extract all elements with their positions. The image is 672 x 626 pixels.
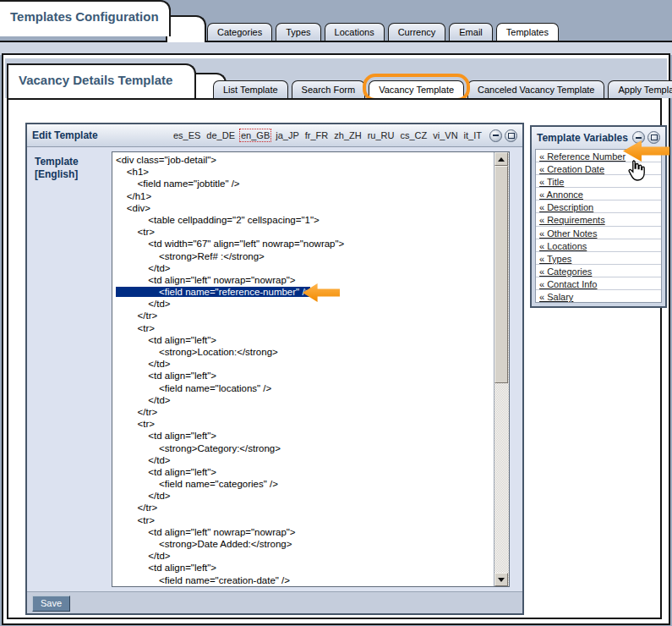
tab-flap-decoration — [166, 15, 206, 42]
language-link-de-de[interactable]: de_DE — [206, 130, 235, 140]
screen: Templates Configuration CategoriesTypesL… — [0, 0, 672, 626]
section-title: Vacancy Details Template — [8, 65, 194, 87]
variable-link-salary[interactable]: « Salary — [539, 292, 573, 302]
language-link-zh-zh[interactable]: zh_ZH — [334, 130, 361, 140]
template-variables-title: Template Variables — [537, 132, 628, 144]
tab-currency[interactable]: Currency — [388, 23, 446, 41]
maximize-icon[interactable] — [647, 131, 660, 144]
maximize-icon[interactable] — [505, 129, 517, 142]
tab-list-template[interactable]: List Template — [213, 80, 288, 98]
variable-link-description[interactable]: « Description — [539, 202, 593, 212]
collapse-icon[interactable] — [489, 129, 502, 142]
variable-link-creation-date[interactable]: « Creation Date — [539, 164, 604, 174]
code-line: </td> — [116, 298, 494, 310]
code-text: <field name="locations" /> — [116, 383, 271, 393]
panel-controls — [632, 131, 660, 144]
code-text: <td align="left" nowrap="nowrap"> — [116, 275, 296, 285]
code-line: </td> — [116, 394, 494, 406]
code-area[interactable]: <div class="job-detail"> <h1> <field nam… — [113, 152, 494, 586]
variable-row: « Types — [536, 252, 661, 265]
tabwrap-canceled-vacancy-template: Canceled Vacancy Template — [467, 80, 604, 98]
variable-link-requirements[interactable]: « Requirements — [539, 215, 605, 225]
variable-link-categories[interactable]: « Categories — [539, 266, 592, 277]
code-line: <tr> — [116, 418, 494, 430]
language-link-fr-fr[interactable]: fr_FR — [305, 130, 329, 140]
minus-glyph — [636, 137, 642, 139]
variable-link-annonce[interactable]: « Annonce — [539, 189, 583, 200]
code-line: </td> — [116, 550, 494, 562]
code-line: </tr> — [116, 310, 494, 321]
scroll-down-icon[interactable] — [494, 573, 508, 586]
code-text: <td align="left"> — [116, 335, 216, 345]
box-glyph — [651, 135, 658, 140]
variable-link-types[interactable]: « Types — [539, 254, 571, 264]
tab-vacancy-template[interactable]: Vacancy Template — [369, 80, 464, 98]
scrollbar-thumb[interactable] — [494, 166, 508, 383]
window-title: Templates Configuration — [0, 2, 169, 24]
edit-template-body: Template [English] <div class="job-detai… — [27, 147, 522, 591]
hand-cursor-icon — [626, 158, 647, 184]
tab-categories[interactable]: Categories — [207, 23, 272, 41]
code-line: <td align="left"> — [116, 466, 494, 478]
language-link-ja-jp[interactable]: ja_JP — [276, 130, 299, 140]
language-link-es-es[interactable]: es_ES — [173, 130, 200, 140]
language-selector: es_ESde_DEen_GBja_JPfr_FRzh_ZHru_RUcs_CZ… — [173, 130, 482, 140]
templates-content-panel: Vacancy Details Template List TemplateSe… — [2, 53, 670, 625]
template-code-editor[interactable]: <div class="job-detail"> <h1> <field nam… — [112, 151, 510, 587]
window-title-tab: Templates Configuration — [0, 0, 171, 36]
code-line: <div> — [116, 202, 494, 214]
code-text: </td> — [116, 395, 171, 405]
code-line: <strong>Date Added:</strong> — [116, 538, 494, 550]
tab-templates[interactable]: Templates — [496, 23, 559, 41]
variable-row: « Contact Info — [536, 277, 661, 290]
editor-scrollbar[interactable] — [494, 152, 509, 586]
variable-link-contact-info[interactable]: « Contact Info — [539, 279, 598, 289]
code-text: <td align="left" nowrap="nowrap"> — [116, 527, 296, 537]
tab-canceled-vacancy-template[interactable]: Canceled Vacancy Template — [467, 80, 604, 98]
language-link-it-it[interactable]: it_IT — [464, 130, 482, 140]
code-text: <field name="creation-date" /> — [116, 575, 290, 585]
template-language-label: Template [English] — [35, 156, 79, 181]
code-line: <tr> — [116, 514, 494, 526]
tabwrap-search-form: Search Form — [292, 80, 366, 98]
code-line: </h1> — [116, 190, 494, 202]
code-text: <strong>Ref# :</strong> — [116, 251, 265, 261]
code-text: </tr> — [116, 502, 157, 513]
edit-template-header: Edit Template es_ESde_DEen_GBja_JPfr_FRz… — [27, 124, 522, 147]
code-line: </td> — [116, 358, 494, 370]
collapse-icon[interactable] — [632, 131, 645, 144]
variable-link-other-notes[interactable]: « Other Notes — [539, 228, 597, 239]
language-link-vi-vn[interactable]: vi_VN — [433, 130, 457, 140]
code-text: <strong>Category:</strong> — [116, 443, 281, 453]
tab-search-form[interactable]: Search Form — [292, 80, 366, 98]
tab-apply-template[interactable]: Apply Template — [608, 80, 672, 98]
code-text: <field name="jobtitle" /> — [116, 178, 240, 189]
code-text: </td> — [116, 359, 171, 369]
code-text: </h1> — [116, 191, 151, 201]
variable-row: « Annonce — [536, 188, 661, 200]
tab-locations[interactable]: Locations — [325, 23, 385, 41]
code-line: <strong>Category:</strong> — [116, 442, 494, 454]
vacancy-template-content-panel: Edit Template es_ESde_DEen_GBja_JPfr_FRz… — [7, 98, 662, 619]
language-link-ru-ru[interactable]: ru_RU — [368, 130, 395, 140]
variable-link-locations[interactable]: « Locations — [539, 241, 587, 251]
language-link-en-gb[interactable]: en_GB — [241, 130, 270, 140]
tabwrap-list-template: List Template — [213, 80, 288, 98]
variable-link-title[interactable]: « Title — [539, 177, 564, 187]
variable-row: « Categories — [536, 265, 661, 277]
code-line: <td align="left"> — [116, 370, 494, 382]
variable-row: « Salary — [536, 290, 661, 302]
selected-code-line: <field name="reference-number" /> — [116, 287, 310, 297]
tab-email[interactable]: Email — [449, 23, 493, 41]
language-link-cs-cz[interactable]: cs_CZ — [400, 130, 427, 140]
scroll-up-icon[interactable] — [494, 152, 508, 166]
code-line: <tr> — [116, 226, 494, 238]
save-button[interactable]: Save — [32, 596, 70, 612]
configuration-tab-row: CategoriesTypesLocationsCurrencyEmailTem… — [207, 22, 559, 41]
code-text: <td width="67" align="left" nowrap="nowr… — [116, 239, 344, 249]
code-line: <div class="job-detail"> — [116, 154, 494, 166]
code-line: </tr> — [116, 406, 494, 418]
tab-types[interactable]: Types — [276, 23, 320, 41]
variable-link-reference-number[interactable]: « Reference Number — [539, 151, 626, 162]
panel-controls — [489, 129, 517, 142]
